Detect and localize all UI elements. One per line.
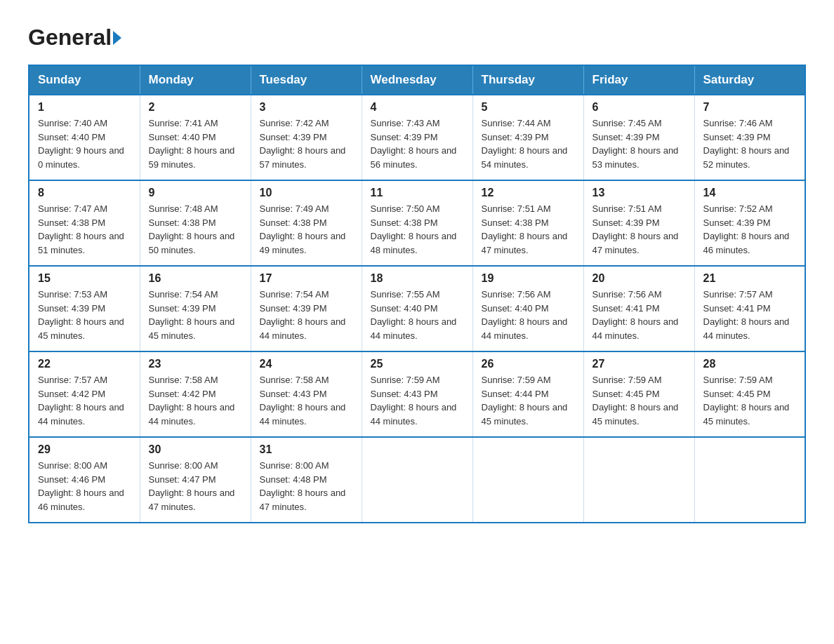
- calendar-cell: 11 Sunrise: 7:50 AMSunset: 4:38 PMDaylig…: [362, 180, 472, 266]
- calendar-cell: 8 Sunrise: 7:47 AMSunset: 4:38 PMDayligh…: [29, 180, 140, 266]
- calendar-week-row: 1 Sunrise: 7:40 AMSunset: 4:40 PMDayligh…: [29, 95, 805, 180]
- day-number: 29: [38, 443, 131, 456]
- weekday-header-tuesday: Tuesday: [251, 65, 362, 95]
- day-number: 31: [260, 443, 353, 456]
- day-info: Sunrise: 7:56 AMSunset: 4:41 PMDaylight:…: [593, 289, 679, 341]
- page-header: General: [28, 21, 806, 51]
- calendar-cell: 15 Sunrise: 7:53 AMSunset: 4:39 PMDaylig…: [29, 266, 140, 351]
- calendar-week-row: 15 Sunrise: 7:53 AMSunset: 4:39 PMDaylig…: [29, 266, 805, 351]
- day-number: 25: [371, 358, 464, 370]
- day-number: 1: [38, 101, 131, 114]
- day-info: Sunrise: 7:51 AMSunset: 4:38 PMDaylight:…: [482, 203, 568, 255]
- calendar-cell: 13 Sunrise: 7:51 AMSunset: 4:39 PMDaylig…: [583, 180, 694, 266]
- calendar-cell: 25 Sunrise: 7:59 AMSunset: 4:43 PMDaylig…: [362, 351, 472, 437]
- day-info: Sunrise: 7:46 AMSunset: 4:39 PMDaylight:…: [703, 118, 790, 170]
- day-number: 9: [149, 187, 242, 199]
- calendar-cell: 26 Sunrise: 7:59 AMSunset: 4:44 PMDaylig…: [472, 351, 583, 437]
- calendar-cell: 7 Sunrise: 7:46 AMSunset: 4:39 PMDayligh…: [694, 95, 805, 180]
- day-info: Sunrise: 7:58 AMSunset: 4:43 PMDaylight:…: [260, 375, 346, 427]
- day-number: 21: [703, 272, 797, 285]
- day-number: 16: [149, 272, 242, 285]
- day-number: 11: [371, 187, 464, 199]
- day-number: 17: [260, 272, 353, 285]
- day-number: 20: [593, 272, 686, 285]
- day-info: Sunrise: 8:00 AMSunset: 4:48 PMDaylight:…: [260, 460, 346, 512]
- calendar-cell: 3 Sunrise: 7:42 AMSunset: 4:39 PMDayligh…: [251, 95, 362, 180]
- day-info: Sunrise: 7:42 AMSunset: 4:39 PMDaylight:…: [260, 118, 346, 170]
- calendar-cell: 6 Sunrise: 7:45 AMSunset: 4:39 PMDayligh…: [583, 95, 694, 180]
- calendar-cell: 31 Sunrise: 8:00 AMSunset: 4:48 PMDaylig…: [251, 437, 362, 523]
- calendar-cell: 20 Sunrise: 7:56 AMSunset: 4:41 PMDaylig…: [583, 266, 694, 351]
- calendar-cell: 9 Sunrise: 7:48 AMSunset: 4:38 PMDayligh…: [140, 180, 251, 266]
- day-info: Sunrise: 7:56 AMSunset: 4:40 PMDaylight:…: [482, 289, 568, 341]
- day-number: 15: [38, 272, 131, 285]
- calendar-cell: 4 Sunrise: 7:43 AMSunset: 4:39 PMDayligh…: [362, 95, 472, 180]
- day-info: Sunrise: 7:51 AMSunset: 4:39 PMDaylight:…: [593, 203, 679, 255]
- calendar-cell: 16 Sunrise: 7:54 AMSunset: 4:39 PMDaylig…: [140, 266, 251, 351]
- day-info: Sunrise: 7:47 AMSunset: 4:38 PMDaylight:…: [38, 203, 124, 255]
- day-number: 7: [703, 101, 797, 114]
- calendar-cell: 19 Sunrise: 7:56 AMSunset: 4:40 PMDaylig…: [472, 266, 583, 351]
- calendar-cell: 18 Sunrise: 7:55 AMSunset: 4:40 PMDaylig…: [362, 266, 472, 351]
- day-info: Sunrise: 7:44 AMSunset: 4:39 PMDaylight:…: [482, 118, 568, 170]
- day-info: Sunrise: 7:53 AMSunset: 4:39 PMDaylight:…: [38, 289, 124, 341]
- calendar-cell: 17 Sunrise: 7:54 AMSunset: 4:39 PMDaylig…: [251, 266, 362, 351]
- day-info: Sunrise: 7:59 AMSunset: 4:45 PMDaylight:…: [593, 375, 679, 427]
- calendar-cell: 22 Sunrise: 7:57 AMSunset: 4:42 PMDaylig…: [29, 351, 140, 437]
- calendar-week-row: 29 Sunrise: 8:00 AMSunset: 4:46 PMDaylig…: [29, 437, 805, 523]
- day-number: 3: [260, 101, 353, 114]
- day-info: Sunrise: 7:50 AMSunset: 4:38 PMDaylight:…: [371, 203, 457, 255]
- weekday-header-sunday: Sunday: [29, 65, 140, 95]
- calendar-cell: 1 Sunrise: 7:40 AMSunset: 4:40 PMDayligh…: [29, 95, 140, 180]
- calendar-cell: 14 Sunrise: 7:52 AMSunset: 4:39 PMDaylig…: [694, 180, 805, 266]
- calendar-cell: 12 Sunrise: 7:51 AMSunset: 4:38 PMDaylig…: [472, 180, 583, 266]
- day-info: Sunrise: 7:41 AMSunset: 4:40 PMDaylight:…: [149, 118, 235, 170]
- day-number: 26: [482, 358, 575, 370]
- day-number: 8: [38, 187, 131, 199]
- day-info: Sunrise: 7:49 AMSunset: 4:38 PMDaylight:…: [260, 203, 346, 255]
- calendar-cell: 27 Sunrise: 7:59 AMSunset: 4:45 PMDaylig…: [583, 351, 694, 437]
- weekday-header-thursday: Thursday: [472, 65, 583, 95]
- day-number: 12: [482, 187, 575, 199]
- day-number: 10: [260, 187, 353, 199]
- calendar-cell: 21 Sunrise: 7:57 AMSunset: 4:41 PMDaylig…: [694, 266, 805, 351]
- logo: General: [28, 25, 123, 51]
- calendar-cell: 23 Sunrise: 7:58 AMSunset: 4:42 PMDaylig…: [140, 351, 251, 437]
- logo-general-text: General: [28, 25, 112, 51]
- weekday-header-saturday: Saturday: [694, 65, 805, 95]
- logo-arrow-icon: [113, 31, 121, 45]
- day-info: Sunrise: 7:59 AMSunset: 4:44 PMDaylight:…: [482, 375, 568, 427]
- day-number: 28: [703, 358, 797, 370]
- weekday-header-friday: Friday: [583, 65, 694, 95]
- weekday-header-monday: Monday: [140, 65, 251, 95]
- day-info: Sunrise: 7:43 AMSunset: 4:39 PMDaylight:…: [371, 118, 457, 170]
- day-info: Sunrise: 7:45 AMSunset: 4:39 PMDaylight:…: [593, 118, 679, 170]
- calendar-cell: 10 Sunrise: 7:49 AMSunset: 4:38 PMDaylig…: [251, 180, 362, 266]
- day-info: Sunrise: 8:00 AMSunset: 4:46 PMDaylight:…: [38, 460, 124, 512]
- calendar-cell: 5 Sunrise: 7:44 AMSunset: 4:39 PMDayligh…: [472, 95, 583, 180]
- day-number: 6: [593, 101, 686, 114]
- day-number: 30: [149, 443, 242, 456]
- calendar-cell: 2 Sunrise: 7:41 AMSunset: 4:40 PMDayligh…: [140, 95, 251, 180]
- calendar-cell: 30 Sunrise: 8:00 AMSunset: 4:47 PMDaylig…: [140, 437, 251, 523]
- calendar-cell: 29 Sunrise: 8:00 AMSunset: 4:46 PMDaylig…: [29, 437, 140, 523]
- day-info: Sunrise: 8:00 AMSunset: 4:47 PMDaylight:…: [149, 460, 235, 512]
- day-info: Sunrise: 7:58 AMSunset: 4:42 PMDaylight:…: [149, 375, 235, 427]
- day-info: Sunrise: 7:59 AMSunset: 4:43 PMDaylight:…: [371, 375, 457, 427]
- day-number: 14: [703, 187, 797, 199]
- day-number: 4: [371, 101, 464, 114]
- day-number: 24: [260, 358, 353, 370]
- calendar-cell: [694, 437, 805, 523]
- day-info: Sunrise: 7:59 AMSunset: 4:45 PMDaylight:…: [703, 375, 790, 427]
- day-number: 23: [149, 358, 242, 370]
- calendar-cell: [362, 437, 472, 523]
- day-info: Sunrise: 7:54 AMSunset: 4:39 PMDaylight:…: [260, 289, 346, 341]
- day-number: 5: [482, 101, 575, 114]
- calendar-cell: [583, 437, 694, 523]
- day-number: 2: [149, 101, 242, 114]
- day-info: Sunrise: 7:57 AMSunset: 4:42 PMDaylight:…: [38, 375, 124, 427]
- calendar-week-row: 22 Sunrise: 7:57 AMSunset: 4:42 PMDaylig…: [29, 351, 805, 437]
- day-info: Sunrise: 7:52 AMSunset: 4:39 PMDaylight:…: [703, 203, 790, 255]
- day-info: Sunrise: 7:57 AMSunset: 4:41 PMDaylight:…: [703, 289, 790, 341]
- weekday-header-wednesday: Wednesday: [362, 65, 472, 95]
